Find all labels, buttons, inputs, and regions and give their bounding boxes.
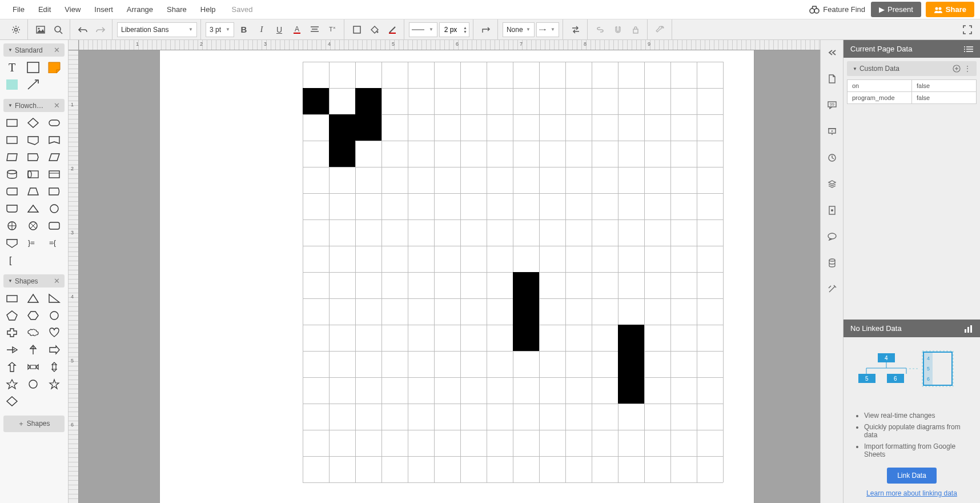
flowchart-shape[interactable] — [25, 201, 42, 216]
menu-view[interactable]: View — [58, 2, 87, 17]
line-color-icon[interactable] — [384, 22, 400, 38]
menu-insert[interactable]: Insert — [87, 2, 120, 17]
black-cell[interactable] — [618, 325, 644, 351]
history-icon[interactable] — [824, 150, 840, 166]
database-icon[interactable] — [824, 255, 840, 271]
document-icon[interactable] — [824, 202, 840, 218]
flowchart-shape[interactable] — [25, 115, 42, 130]
arrow-shape[interactable] — [25, 77, 42, 92]
clear-format-icon[interactable]: T× — [324, 22, 340, 38]
line-width-spinner[interactable]: ▲▼ — [439, 22, 469, 37]
menu-arrange[interactable]: Arrange — [120, 2, 160, 17]
flowchart-shape[interactable] — [46, 218, 63, 233]
more-icon[interactable]: ⋮ — [964, 65, 971, 73]
expand-panel-icon[interactable] — [824, 45, 840, 61]
redo-icon[interactable] — [93, 22, 109, 38]
basic-shape[interactable] — [46, 291, 63, 306]
feature-find-button[interactable]: Feature Find — [809, 5, 865, 14]
arrow-start-select[interactable]: None — [503, 22, 535, 37]
lock-icon[interactable] — [628, 22, 644, 38]
basic-shape[interactable] — [25, 291, 42, 306]
flowchart-shape[interactable] — [25, 184, 42, 199]
link-icon[interactable] — [592, 22, 608, 38]
basic-shape[interactable] — [25, 342, 42, 357]
basic-shape[interactable] — [3, 325, 21, 340]
black-cell[interactable] — [513, 325, 539, 351]
bold-icon[interactable]: B — [236, 22, 252, 38]
flowchart-shape[interactable] — [3, 184, 21, 199]
black-cell[interactable] — [355, 88, 381, 114]
flowchart-shape[interactable] — [3, 167, 21, 182]
line-width-input[interactable] — [440, 26, 461, 34]
flowchart-shape[interactable] — [25, 150, 42, 165]
flowchart-group-header[interactable]: ▼ Flowch… ✕ — [3, 99, 65, 112]
basic-shape[interactable] — [3, 342, 21, 357]
font-select[interactable]: Liberation Sans — [117, 22, 197, 37]
basic-shape[interactable] — [3, 291, 21, 306]
flowchart-shape[interactable] — [25, 167, 42, 182]
list-icon[interactable] — [964, 46, 973, 53]
connector-icon[interactable] — [478, 22, 494, 38]
presentation-icon[interactable] — [824, 123, 840, 139]
flowchart-shape[interactable] — [3, 150, 21, 165]
basic-shape[interactable] — [46, 377, 63, 392]
undo-icon[interactable] — [75, 22, 91, 38]
line-style-select[interactable] — [409, 22, 437, 37]
flowchart-shape[interactable] — [3, 235, 21, 250]
border-color-icon[interactable] — [349, 22, 365, 38]
page-icon[interactable] — [824, 71, 840, 87]
flowchart-shape[interactable] — [3, 115, 21, 130]
font-size-select[interactable]: 3 pt — [206, 22, 234, 37]
black-cell[interactable] — [513, 298, 539, 325]
present-button[interactable]: ▶ Present — [871, 2, 921, 17]
share-button[interactable]: Share — [926, 2, 974, 17]
rect-shape[interactable] — [25, 60, 42, 75]
basic-shape[interactable] — [3, 377, 21, 392]
black-cell[interactable] — [329, 114, 355, 141]
flowchart-shape[interactable]: [ — [3, 253, 21, 268]
flowchart-shape[interactable] — [3, 133, 21, 147]
link-data-button[interactable]: Link Data — [887, 468, 937, 484]
basic-shape[interactable] — [46, 325, 63, 340]
basic-shape[interactable] — [46, 360, 63, 374]
basic-shape[interactable] — [25, 308, 42, 323]
flowchart-shape[interactable] — [3, 218, 21, 233]
comment-icon[interactable]: 99 — [824, 97, 840, 113]
canvas[interactable]: 123456789 123456 — [69, 40, 820, 503]
basic-shape[interactable] — [46, 342, 63, 357]
basic-shape[interactable] — [3, 360, 21, 374]
flowchart-shape[interactable]: ={ — [46, 235, 63, 250]
menu-help[interactable]: Help — [194, 2, 223, 17]
close-icon[interactable]: ✕ — [54, 277, 60, 285]
text-shape[interactable]: T — [3, 60, 21, 75]
chat-icon[interactable] — [824, 229, 840, 245]
flowchart-shape[interactable] — [25, 133, 42, 147]
basic-shape[interactable] — [25, 377, 42, 392]
layers-icon[interactable] — [824, 176, 840, 192]
flowchart-shape[interactable] — [46, 167, 63, 182]
magic-icon[interactable] — [824, 281, 840, 297]
black-cell[interactable] — [513, 272, 539, 298]
hotspot-shape[interactable] — [3, 77, 21, 92]
flowchart-shape[interactable] — [46, 115, 63, 130]
magnet-icon[interactable] — [610, 22, 626, 38]
search-icon[interactable] — [50, 22, 66, 38]
flowchart-shape[interactable] — [46, 201, 63, 216]
flowchart-shape[interactable] — [25, 218, 42, 233]
learn-more-link[interactable]: Learn more about linking data — [844, 484, 980, 503]
basic-shape[interactable] — [25, 325, 42, 340]
black-cell[interactable] — [618, 351, 644, 377]
underline-icon[interactable]: U — [271, 22, 287, 38]
data-row[interactable]: program_mode false — [847, 91, 977, 104]
standard-group-header[interactable]: ▼ Standard ✕ — [3, 43, 65, 57]
arrow-end-select[interactable] — [536, 22, 559, 37]
wrench-icon[interactable] — [652, 22, 668, 38]
basic-shape[interactable] — [3, 394, 21, 409]
gear-icon[interactable] — [8, 22, 24, 38]
chart-icon[interactable] — [964, 325, 973, 333]
close-icon[interactable]: ✕ — [54, 46, 60, 54]
swap-icon[interactable] — [568, 22, 584, 38]
basic-shape[interactable] — [25, 360, 42, 374]
black-cell[interactable] — [355, 114, 381, 141]
black-cell[interactable] — [618, 377, 644, 404]
